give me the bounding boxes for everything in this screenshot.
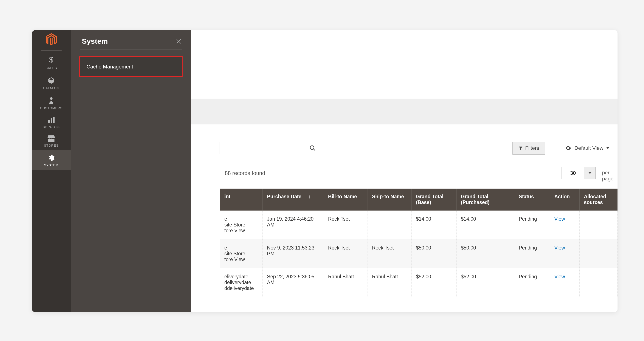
- nav-catalog-label: CATALOG: [43, 86, 60, 90]
- caret-down-icon: [606, 146, 609, 150]
- th-point[interactable]: int: [220, 188, 263, 210]
- svg-rect-3: [48, 120, 50, 123]
- cell-purchase-date: Jan 19, 2024 4:46:20 AM: [263, 210, 324, 240]
- th-allocated[interactable]: Allocated sources: [580, 188, 617, 210]
- box-icon: [47, 77, 55, 84]
- close-icon: [176, 38, 182, 44]
- cell-status: Pending: [514, 268, 550, 297]
- page-size-dropdown[interactable]: [584, 167, 596, 179]
- cell-ship-to: [368, 210, 412, 240]
- svg-rect-4: [50, 118, 52, 123]
- flyout-separator: [80, 49, 182, 50]
- funnel-icon: [518, 146, 523, 150]
- cell-purchase-date: Nov 9, 2023 11:53:23 PM: [263, 240, 324, 268]
- admin-sidebar: $ SALES CATALOG CUSTOMERS REPORTS STOR: [32, 30, 70, 312]
- cell-bill-to: Rock Tset: [324, 240, 368, 268]
- view-link[interactable]: View: [554, 245, 565, 250]
- table-header-row: int Purchase Date ↑ Bill-to Name Ship-to…: [220, 188, 618, 210]
- nav-reports-label: REPORTS: [43, 125, 60, 128]
- cell-ship-to: Rock Tset: [368, 240, 412, 268]
- cell-gt-purchased: $14.00: [456, 210, 514, 240]
- orders-table: int Purchase Date ↑ Bill-to Name Ship-to…: [220, 188, 618, 297]
- bar-chart-icon: [48, 117, 55, 123]
- admin-window: Filters Default View C 88 records found: [32, 30, 618, 312]
- th-purchase-date[interactable]: Purchase Date ↑: [263, 188, 324, 210]
- nav-stores-label: STORES: [44, 144, 58, 147]
- table-row[interactable]: eliverydate deliverydate ddeliverydate S…: [220, 268, 618, 297]
- nav-reports[interactable]: REPORTS: [32, 113, 70, 132]
- search-input[interactable]: [219, 142, 320, 154]
- th-status[interactable]: Status: [514, 188, 550, 210]
- cell-allocated: [580, 268, 617, 297]
- page-size: [562, 167, 596, 179]
- system-flyout: System Cache Management: [70, 30, 191, 312]
- table-row[interactable]: e site Store tore View Jan 19, 2024 4:46…: [220, 210, 618, 240]
- svg-point-2: [50, 97, 52, 100]
- sort-asc-icon: ↑: [308, 194, 311, 199]
- th-purchase-date-label: Purchase Date: [267, 194, 302, 199]
- flyout-header: System: [70, 30, 191, 49]
- cell-point: e site Store tore View: [220, 210, 263, 240]
- nav-catalog[interactable]: CATALOG: [32, 73, 70, 93]
- flyout-cache-management[interactable]: Cache Management: [79, 56, 182, 77]
- filters-label: Filters: [525, 145, 539, 151]
- nav-system-label: SYSTEM: [44, 163, 58, 167]
- cell-allocated: [580, 240, 617, 268]
- nav-sales[interactable]: $ SALES: [32, 52, 70, 73]
- flyout-title: System: [82, 37, 108, 46]
- nav-system[interactable]: SYSTEM: [32, 150, 70, 170]
- cell-status: Pending: [514, 240, 550, 268]
- gear-icon: [48, 154, 55, 162]
- default-view-dropdown[interactable]: Default View: [565, 142, 609, 154]
- cell-gt-base: $14.00: [412, 210, 456, 240]
- cell-allocated: [580, 210, 617, 240]
- cell-bill-to: Rock Tset: [324, 210, 368, 240]
- cell-purchase-date: Sep 22, 2023 5:36:05 AM: [263, 268, 324, 297]
- th-grand-total-purchased[interactable]: Grand Total (Purchased): [456, 188, 514, 210]
- eye-icon: [565, 145, 572, 151]
- person-icon: [48, 97, 54, 104]
- table-body: e site Store tore View Jan 19, 2024 4:46…: [220, 210, 618, 297]
- view-link[interactable]: View: [554, 274, 565, 280]
- nav-customers[interactable]: CUSTOMERS: [32, 93, 70, 113]
- per-page-label: per page: [602, 170, 618, 182]
- storefront-icon: [47, 136, 55, 142]
- svg-point-0: [310, 146, 314, 150]
- cell-bill-to: Rahul Bhatt: [324, 268, 368, 297]
- th-ship-to[interactable]: Ship-to Name: [368, 188, 412, 210]
- svg-rect-5: [53, 117, 55, 123]
- cell-point: e site Store tore View: [220, 240, 263, 268]
- svg-line-1: [314, 149, 315, 151]
- cell-ship-to: Rahul Bhatt: [368, 268, 412, 297]
- th-bill-to[interactable]: Bill-to Name: [324, 188, 368, 210]
- cell-gt-base: $52.00: [412, 268, 456, 297]
- records-found: 88 records found: [225, 170, 265, 176]
- view-link[interactable]: View: [554, 216, 565, 222]
- search-icon: [310, 145, 316, 151]
- th-grand-total-base[interactable]: Grand Total (Base): [412, 188, 456, 210]
- flyout-close-button[interactable]: [176, 38, 182, 44]
- cell-status: Pending: [514, 210, 550, 240]
- cell-point: eliverydate deliverydate ddeliverydate: [220, 268, 263, 297]
- cell-gt-purchased: $50.00: [456, 240, 514, 268]
- page-size-input[interactable]: [562, 167, 584, 179]
- magento-logo-icon[interactable]: [46, 33, 57, 46]
- dollar-icon: $: [49, 55, 54, 64]
- nav-sales-label: SALES: [46, 66, 57, 70]
- cell-gt-base: $50.00: [412, 240, 456, 268]
- table-row[interactable]: e site Store tore View Nov 9, 2023 11:53…: [220, 240, 618, 268]
- th-action[interactable]: Action: [550, 188, 580, 210]
- nav-customers-label: CUSTOMERS: [40, 106, 63, 110]
- default-view-label: Default View: [574, 145, 603, 151]
- cell-gt-purchased: $52.00: [456, 268, 514, 297]
- nav-stores[interactable]: STORES: [32, 132, 70, 150]
- filters-button[interactable]: Filters: [512, 142, 545, 154]
